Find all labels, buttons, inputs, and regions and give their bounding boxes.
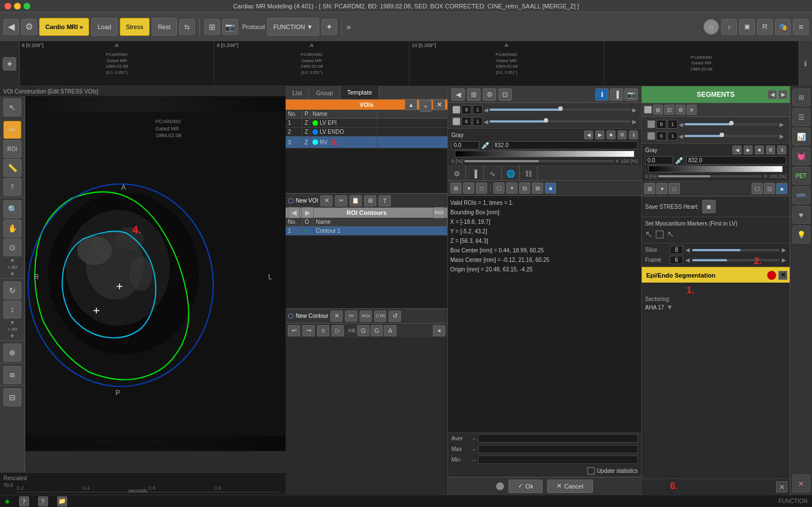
fr-list-icon[interactable]: ☰ xyxy=(792,108,810,126)
text-btn[interactable]: T xyxy=(379,195,391,206)
status-help[interactable]: ? xyxy=(38,496,48,506)
zoom-tool[interactable]: 🔍 xyxy=(3,200,21,218)
draw-tool[interactable]: ✏ xyxy=(3,121,21,139)
split-contour-btn[interactable]: ✂ xyxy=(345,311,357,322)
ctrl-2[interactable]: ▾ xyxy=(463,182,474,194)
max-input[interactable] xyxy=(478,445,638,453)
min-input[interactable] xyxy=(478,456,638,464)
bar-chart-icon[interactable]: ▐ xyxy=(610,88,623,101)
slider-thumb-1[interactable] xyxy=(558,106,563,111)
circle-tool[interactable]: ⊕ xyxy=(3,344,21,362)
fr-mri-icon[interactable]: MRI xyxy=(792,186,810,204)
seg-fit[interactable]: ⊡ xyxy=(664,105,674,115)
arrow-left-2[interactable]: ◀ xyxy=(484,119,488,125)
ok-button[interactable]: ✓ Ok xyxy=(508,480,543,493)
fr-graph-icon[interactable]: 📊 xyxy=(792,128,810,145)
frame-slider[interactable] xyxy=(692,259,780,261)
seg-arrow-l1[interactable]: ◀ xyxy=(679,121,683,128)
voi-close-icon[interactable]: ✕ xyxy=(433,99,445,110)
seg-nav-left[interactable]: ◀ xyxy=(768,90,777,99)
rest-button[interactable]: Rest xyxy=(152,18,177,36)
update-stats-checkbox[interactable] xyxy=(587,467,595,475)
arrow-right-icon[interactable]: › xyxy=(721,19,737,35)
slice-input[interactable] xyxy=(670,246,683,254)
measure-tool[interactable]: 📏 xyxy=(3,159,21,177)
rotate-tool[interactable]: ↻ xyxy=(3,281,21,299)
save-heart-icon[interactable]: ■ xyxy=(702,200,716,213)
tab-list[interactable]: List xyxy=(286,86,309,99)
redo-btn[interactable]: ↪ xyxy=(302,325,315,336)
gray-stop[interactable]: ■ xyxy=(606,130,615,139)
info-tab-wave[interactable]: ∿ xyxy=(484,166,502,181)
seg-sel-3[interactable]: ■ xyxy=(776,183,787,194)
function-button[interactable]: FUNCTION ▼ xyxy=(267,18,319,36)
gray-max-input[interactable] xyxy=(492,141,638,149)
star-icon[interactable]: ✦ xyxy=(321,19,337,35)
screen-icon[interactable]: ▣ xyxy=(739,19,755,35)
ctrl-3[interactable]: □ xyxy=(476,182,487,194)
gray-settings[interactable]: ⚙ xyxy=(618,130,627,139)
slice-item-9[interactable]: 9 [0.209°] A PCARDM2Gated MR1989.02.08 (… xyxy=(214,41,409,86)
sel-1[interactable]: ⊟ xyxy=(519,182,530,194)
slice-slider[interactable] xyxy=(692,249,780,251)
voi-up-icon[interactable]: ▲ xyxy=(405,99,417,110)
gray-play[interactable]: ▶ xyxy=(595,130,604,139)
swap-icon[interactable]: ⇆ xyxy=(179,19,195,35)
voi-add-icon[interactable]: + xyxy=(419,101,432,112)
voi-row-2[interactable]: 2 Z LV ENDO xyxy=(286,128,447,137)
arrow-left-1[interactable]: ◀ xyxy=(484,107,488,113)
seg-slider-1[interactable] xyxy=(729,121,734,125)
gray-settings2[interactable]: ⚙ xyxy=(766,145,775,154)
arrow-right-1[interactable]: ▶ xyxy=(632,107,637,113)
text-tool[interactable]: T xyxy=(3,178,21,196)
info-tab-chain[interactable]: ⛓ xyxy=(520,166,538,181)
gray-stop2[interactable]: ■ xyxy=(755,145,764,154)
aha-dropdown[interactable]: ▼ xyxy=(666,303,673,311)
arrow-right-2[interactable]: ▶ xyxy=(632,119,637,125)
frame-input[interactable] xyxy=(670,256,683,264)
seg-gray-max[interactable] xyxy=(686,156,786,165)
seg-arrow-r2[interactable]: ▶ xyxy=(780,133,784,139)
info-tab-controls[interactable]: ⚙ xyxy=(448,166,466,181)
roi-row-1[interactable]: 1 + Contour 1 xyxy=(286,227,447,236)
tool-icon[interactable]: ⚙ xyxy=(21,19,37,35)
copy-roi-btn[interactable]: 📋 xyxy=(349,195,362,206)
seg-close-top[interactable]: ✕ xyxy=(687,105,697,115)
new-contour-label[interactable]: New Contour xyxy=(296,313,328,319)
expand-btn[interactable]: ◂ xyxy=(433,325,445,336)
expand-2d-arrow[interactable]: ▼ xyxy=(10,320,15,326)
expand2-btn[interactable]: ⊡ xyxy=(498,88,512,101)
contour-tool[interactable]: ≋ xyxy=(3,366,21,384)
flip-tool[interactable]: ↕ xyxy=(3,301,21,318)
nav-left-btn[interactable]: ◀ xyxy=(451,88,465,101)
cancel-button[interactable]: ✕ Cancel xyxy=(547,480,592,493)
seg-gray-min[interactable] xyxy=(645,156,673,165)
info-tab-globe[interactable]: 🌐 xyxy=(502,166,520,181)
camera-icon[interactable]: 📷 xyxy=(222,19,238,35)
square-1[interactable]: □ xyxy=(493,182,505,194)
cursor-tool[interactable]: ↖ xyxy=(3,98,21,116)
grid-btn[interactable]: ⊞ xyxy=(364,195,376,206)
info-tab-bars[interactable]: ▐ xyxy=(466,166,484,181)
voi-row-1[interactable]: 1 Z LV EPI xyxy=(286,119,447,128)
slice-item-8[interactable]: 8 [0.209°] A PCARDM2Gated MR1989.02.08 (… xyxy=(20,41,214,86)
minimize-button[interactable] xyxy=(14,3,21,10)
seg-pct-slider[interactable] xyxy=(658,175,763,177)
R-icon[interactable]: R xyxy=(757,19,773,35)
expand-2d-arrow2[interactable]: ▼ xyxy=(10,333,15,339)
stress-button[interactable]: Stress xyxy=(120,18,150,36)
seg-nav-right[interactable]: ▶ xyxy=(778,90,787,99)
gray-info[interactable]: ℹ xyxy=(629,130,638,139)
epi-close-btn[interactable]: ✕ xyxy=(778,271,787,280)
slice-item-10[interactable]: 10 [0.209°] A PCARDM2Gated MR1989.02.08 … xyxy=(409,41,604,86)
seg-arrow-r1[interactable]: ▶ xyxy=(780,121,784,128)
slice-arrow-l[interactable]: ◀ xyxy=(685,247,690,253)
roi-tool[interactable]: ROI xyxy=(3,140,21,158)
wl-tool[interactable]: ⊙ xyxy=(3,238,21,256)
seg-settings[interactable]: ⚙ xyxy=(675,105,685,115)
split-voi-btn[interactable]: ✂ xyxy=(335,195,347,206)
seg-view-1[interactable]: ⊞ xyxy=(644,183,655,194)
maximize-button[interactable] xyxy=(24,3,30,10)
fr-pet-icon[interactable]: PET xyxy=(792,167,810,185)
camera2-icon[interactable]: 📷 xyxy=(624,88,638,101)
